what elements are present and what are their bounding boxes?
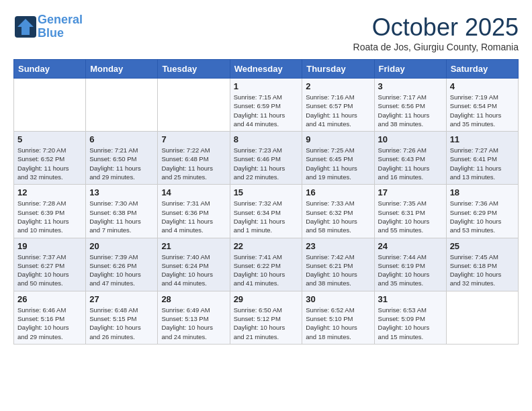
logo-icon <box>13 15 38 39</box>
calendar-cell: 21Sunrise: 7:40 AM Sunset: 6:24 PM Dayli… <box>158 238 230 291</box>
calendar-cell: 5Sunrise: 7:20 AM Sunset: 6:52 PM Daylig… <box>14 132 86 185</box>
calendar-cell: 24Sunrise: 7:44 AM Sunset: 6:19 PM Dayli… <box>374 238 446 291</box>
day-number: 15 <box>234 187 299 197</box>
day-number: 16 <box>306 187 370 197</box>
day-number: 23 <box>306 241 370 251</box>
calendar-week-row: 1Sunrise: 7:15 AM Sunset: 6:59 PM Daylig… <box>14 79 519 132</box>
day-number: 25 <box>450 241 515 251</box>
calendar-cell: 31Sunrise: 6:53 AM Sunset: 5:09 PM Dayli… <box>374 291 446 344</box>
calendar-week-row: 26Sunrise: 6:46 AM Sunset: 5:16 PM Dayli… <box>14 291 519 344</box>
logo: General Blue <box>13 13 83 40</box>
day-number: 8 <box>234 134 299 144</box>
day-info: Sunrise: 6:49 AM Sunset: 5:13 PM Dayligh… <box>161 306 226 341</box>
day-number: 29 <box>234 294 299 304</box>
day-number: 30 <box>306 294 370 304</box>
day-info: Sunrise: 7:32 AM Sunset: 6:34 PM Dayligh… <box>234 199 299 234</box>
calendar-cell: 2Sunrise: 7:16 AM Sunset: 6:57 PM Daylig… <box>302 79 374 132</box>
day-number: 18 <box>450 187 515 197</box>
day-number: 12 <box>17 187 82 197</box>
calendar-week-row: 5Sunrise: 7:20 AM Sunset: 6:52 PM Daylig… <box>14 132 519 185</box>
page-header: General Blue October 2025 Roata de Jos, … <box>13 13 519 52</box>
title-block: October 2025 Roata de Jos, Giurgiu Count… <box>353 13 519 52</box>
day-info: Sunrise: 7:30 AM Sunset: 6:38 PM Dayligh… <box>89 199 154 234</box>
day-info: Sunrise: 7:28 AM Sunset: 6:39 PM Dayligh… <box>17 199 82 234</box>
day-number: 31 <box>378 294 443 304</box>
day-info: Sunrise: 6:50 AM Sunset: 5:12 PM Dayligh… <box>234 306 299 341</box>
weekday-header: Sunday <box>14 60 86 79</box>
calendar-cell: 13Sunrise: 7:30 AM Sunset: 6:38 PM Dayli… <box>86 185 158 238</box>
day-info: Sunrise: 7:41 AM Sunset: 6:22 PM Dayligh… <box>234 253 299 288</box>
day-info: Sunrise: 7:33 AM Sunset: 6:32 PM Dayligh… <box>306 199 370 234</box>
calendar-cell <box>14 79 86 132</box>
day-info: Sunrise: 7:17 AM Sunset: 6:56 PM Dayligh… <box>378 93 443 128</box>
day-number: 3 <box>378 81 443 91</box>
calendar-cell: 14Sunrise: 7:31 AM Sunset: 6:36 PM Dayli… <box>158 185 230 238</box>
day-info: Sunrise: 7:27 AM Sunset: 6:41 PM Dayligh… <box>450 146 515 181</box>
calendar-cell: 20Sunrise: 7:39 AM Sunset: 6:26 PM Dayli… <box>86 238 158 291</box>
calendar-cell: 17Sunrise: 7:35 AM Sunset: 6:31 PM Dayli… <box>374 185 446 238</box>
day-info: Sunrise: 7:26 AM Sunset: 6:43 PM Dayligh… <box>378 146 443 181</box>
weekday-header: Tuesday <box>158 60 230 79</box>
calendar-cell: 9Sunrise: 7:25 AM Sunset: 6:45 PM Daylig… <box>302 132 374 185</box>
calendar-cell: 11Sunrise: 7:27 AM Sunset: 6:41 PM Dayli… <box>446 132 518 185</box>
day-number: 10 <box>378 134 443 144</box>
day-info: Sunrise: 7:22 AM Sunset: 6:48 PM Dayligh… <box>161 146 226 181</box>
location-subtitle: Roata de Jos, Giurgiu County, Romania <box>353 42 519 52</box>
day-info: Sunrise: 7:40 AM Sunset: 6:24 PM Dayligh… <box>161 253 226 288</box>
calendar-cell: 6Sunrise: 7:21 AM Sunset: 6:50 PM Daylig… <box>86 132 158 185</box>
calendar-cell: 7Sunrise: 7:22 AM Sunset: 6:48 PM Daylig… <box>158 132 230 185</box>
calendar-cell: 30Sunrise: 6:52 AM Sunset: 5:10 PM Dayli… <box>302 291 374 344</box>
calendar-table: SundayMondayTuesdayWednesdayThursdayFrid… <box>13 59 519 345</box>
day-info: Sunrise: 7:31 AM Sunset: 6:36 PM Dayligh… <box>161 199 226 234</box>
weekday-header: Friday <box>374 60 446 79</box>
calendar-cell: 4Sunrise: 7:19 AM Sunset: 6:54 PM Daylig… <box>446 79 518 132</box>
day-number: 28 <box>161 294 226 304</box>
day-number: 11 <box>450 134 515 144</box>
day-info: Sunrise: 7:35 AM Sunset: 6:31 PM Dayligh… <box>378 199 443 234</box>
calendar-cell: 10Sunrise: 7:26 AM Sunset: 6:43 PM Dayli… <box>374 132 446 185</box>
logo-text: General Blue <box>38 13 83 40</box>
calendar-cell <box>86 79 158 132</box>
calendar-cell: 23Sunrise: 7:42 AM Sunset: 6:21 PM Dayli… <box>302 238 374 291</box>
day-number: 27 <box>89 294 154 304</box>
calendar-cell: 29Sunrise: 6:50 AM Sunset: 5:12 PM Dayli… <box>230 291 302 344</box>
calendar-cell: 25Sunrise: 7:45 AM Sunset: 6:18 PM Dayli… <box>446 238 518 291</box>
calendar-week-row: 12Sunrise: 7:28 AM Sunset: 6:39 PM Dayli… <box>14 185 519 238</box>
day-number: 19 <box>17 241 82 251</box>
calendar-cell: 1Sunrise: 7:15 AM Sunset: 6:59 PM Daylig… <box>230 79 302 132</box>
month-title: October 2025 <box>353 13 519 42</box>
day-number: 24 <box>378 241 443 251</box>
day-number: 4 <box>450 81 515 91</box>
day-info: Sunrise: 7:25 AM Sunset: 6:45 PM Dayligh… <box>306 146 370 181</box>
day-info: Sunrise: 7:20 AM Sunset: 6:52 PM Dayligh… <box>17 146 82 181</box>
day-number: 21 <box>161 241 226 251</box>
day-info: Sunrise: 7:19 AM Sunset: 6:54 PM Dayligh… <box>450 93 515 128</box>
day-info: Sunrise: 7:36 AM Sunset: 6:29 PM Dayligh… <box>450 199 515 234</box>
weekday-header: Thursday <box>302 60 374 79</box>
calendar-cell <box>446 291 518 344</box>
weekday-header: Wednesday <box>230 60 302 79</box>
day-info: Sunrise: 7:37 AM Sunset: 6:27 PM Dayligh… <box>17 253 82 288</box>
calendar-cell: 18Sunrise: 7:36 AM Sunset: 6:29 PM Dayli… <box>446 185 518 238</box>
day-number: 1 <box>234 81 299 91</box>
day-info: Sunrise: 6:53 AM Sunset: 5:09 PM Dayligh… <box>378 306 443 341</box>
day-number: 13 <box>89 187 154 197</box>
calendar-cell: 16Sunrise: 7:33 AM Sunset: 6:32 PM Dayli… <box>302 185 374 238</box>
day-number: 5 <box>17 134 82 144</box>
day-info: Sunrise: 7:23 AM Sunset: 6:46 PM Dayligh… <box>234 146 299 181</box>
day-info: Sunrise: 7:44 AM Sunset: 6:19 PM Dayligh… <box>378 253 443 288</box>
calendar-cell: 22Sunrise: 7:41 AM Sunset: 6:22 PM Dayli… <box>230 238 302 291</box>
calendar-cell: 12Sunrise: 7:28 AM Sunset: 6:39 PM Dayli… <box>14 185 86 238</box>
weekday-header: Monday <box>86 60 158 79</box>
day-info: Sunrise: 7:15 AM Sunset: 6:59 PM Dayligh… <box>234 93 299 128</box>
day-number: 14 <box>161 187 226 197</box>
weekday-header-row: SundayMondayTuesdayWednesdayThursdayFrid… <box>14 60 519 79</box>
day-info: Sunrise: 6:52 AM Sunset: 5:10 PM Dayligh… <box>306 306 370 341</box>
day-info: Sunrise: 7:21 AM Sunset: 6:50 PM Dayligh… <box>89 146 154 181</box>
day-number: 7 <box>161 134 226 144</box>
calendar-cell <box>158 79 230 132</box>
calendar-cell: 19Sunrise: 7:37 AM Sunset: 6:27 PM Dayli… <box>14 238 86 291</box>
calendar-week-row: 19Sunrise: 7:37 AM Sunset: 6:27 PM Dayli… <box>14 238 519 291</box>
day-number: 6 <box>89 134 154 144</box>
day-number: 26 <box>17 294 82 304</box>
